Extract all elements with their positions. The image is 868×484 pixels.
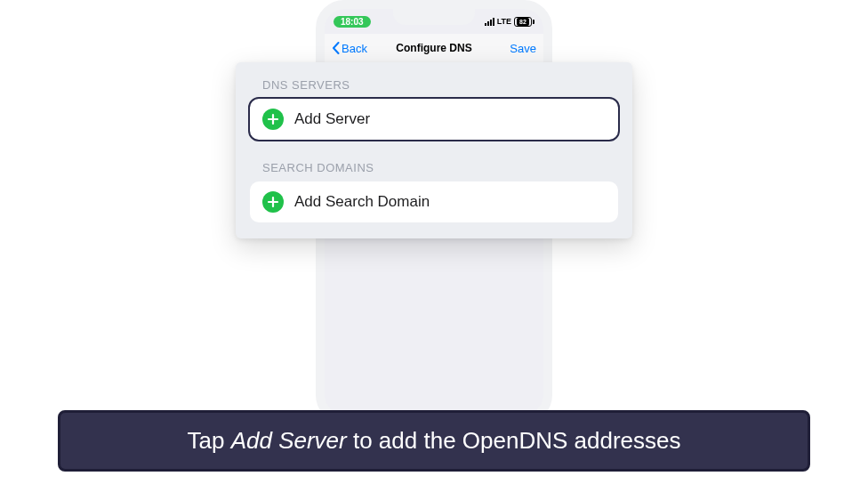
page-title: Configure DNS (396, 42, 471, 54)
network-label: LTE (497, 17, 511, 26)
status-time: 18:03 (334, 16, 371, 28)
add-server-label: Add Server (294, 110, 370, 128)
add-search-domain-label: Add Search Domain (294, 193, 430, 211)
battery-icon: 82 (514, 17, 534, 27)
chevron-left-icon (332, 42, 341, 54)
caption-prefix: Tap (187, 427, 230, 454)
add-server-row[interactable]: Add Server (250, 99, 618, 140)
battery-level: 82 (517, 18, 530, 26)
instruction-caption: Tap Add Server to add the OpenDNS addres… (58, 410, 810, 472)
back-label: Back (342, 42, 367, 55)
dns-popover: DNS SERVERS Add Server SEARCH DOMAINS Ad… (236, 62, 632, 238)
add-search-domain-row[interactable]: Add Search Domain (250, 182, 618, 222)
caption-suffix: to add the OpenDNS addresses (347, 427, 681, 454)
signal-icon (485, 18, 494, 26)
back-button[interactable]: Back (332, 42, 367, 55)
save-button[interactable]: Save (510, 42, 536, 55)
dns-servers-header: DNS SERVERS (250, 73, 618, 99)
add-icon (262, 109, 284, 130)
search-domains-header: SEARCH DOMAINS (250, 156, 618, 182)
caption-emphasis: Add Server (231, 427, 347, 454)
add-icon (262, 191, 284, 213)
nav-bar: Back Configure DNS Save (325, 34, 543, 62)
status-right: LTE 82 (485, 17, 534, 27)
phone-notch (393, 9, 475, 25)
